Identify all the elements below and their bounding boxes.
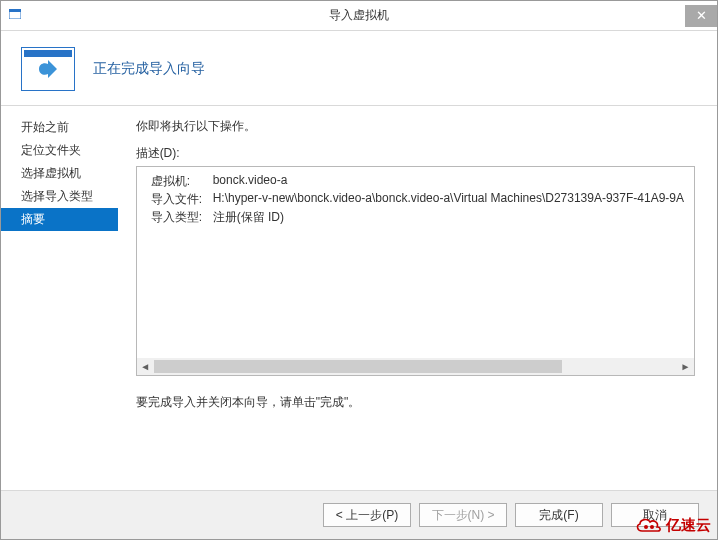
sidebar-item-label: 摘要 [21,212,45,226]
sidebar-item-import-type[interactable]: 选择导入类型 [1,185,118,208]
svg-rect-1 [9,9,21,12]
sidebar-item-start[interactable]: 开始之前 [1,116,118,139]
sidebar-item-label: 开始之前 [21,120,69,134]
next-button: 下一步(N) > [419,503,507,527]
wizard-window: 导入虚拟机 ✕ 正在完成导入向导 开始之前 定位文件夹 选择虚拟机 选择导入类型… [0,0,718,540]
desc-row-vm: 虚拟机: bonck.video-a [151,173,684,190]
wizard-title: 正在完成导入向导 [93,60,205,78]
sidebar-item-select-vm[interactable]: 选择虚拟机 [1,162,118,185]
cloud-icon [634,515,664,535]
finish-button[interactable]: 完成(F) [515,503,603,527]
main-panel: 你即将执行以下操作。 描述(D): 虚拟机: bonck.video-a 导入文… [118,106,717,490]
sidebar-item-label: 选择导入类型 [21,189,93,203]
scroll-left-icon[interactable]: ◄ [137,358,154,375]
watermark-text: 亿速云 [666,516,711,535]
outro-text: 要完成导入并关闭本向导，请单击"完成"。 [136,394,695,411]
import-icon [21,47,75,91]
sidebar-item-folder[interactable]: 定位文件夹 [1,139,118,162]
desc-key: 导入文件: [151,191,213,208]
description-box: 虚拟机: bonck.video-a 导入文件: H:\hyper-v-new\… [136,166,695,376]
titlebar: 导入虚拟机 ✕ [1,1,717,31]
desc-val: bonck.video-a [213,173,288,190]
horizontal-scrollbar[interactable]: ◄ ► [137,358,694,375]
watermark: 亿速云 [634,515,711,535]
sidebar-item-label: 选择虚拟机 [21,166,81,180]
wizard-header: 正在完成导入向导 [1,31,717,105]
close-button[interactable]: ✕ [685,5,717,27]
description-content: 虚拟机: bonck.video-a 导入文件: H:\hyper-v-new\… [137,167,694,233]
desc-row-type: 导入类型: 注册(保留 ID) [151,209,684,226]
scroll-thumb[interactable] [154,360,562,373]
desc-row-file: 导入文件: H:\hyper-v-new\bonck.video-a\bonck… [151,191,684,208]
svg-point-3 [650,525,654,529]
previous-button[interactable]: < 上一步(P) [323,503,411,527]
sidebar: 开始之前 定位文件夹 选择虚拟机 选择导入类型 摘要 [1,106,118,490]
svg-point-2 [644,525,648,529]
app-icon [9,9,23,23]
close-icon: ✕ [696,8,707,23]
sidebar-item-label: 定位文件夹 [21,143,81,157]
scroll-track[interactable] [154,358,677,375]
scroll-right-icon[interactable]: ► [677,358,694,375]
button-bar: < 上一步(P) 下一步(N) > 完成(F) 取消 [1,490,717,539]
desc-key: 导入类型: [151,209,213,226]
desc-val: 注册(保留 ID) [213,209,284,226]
desc-key: 虚拟机: [151,173,213,190]
desc-val: H:\hyper-v-new\bonck.video-a\bonck.video… [213,191,684,208]
intro-text: 你即将执行以下操作。 [136,118,695,135]
sidebar-item-summary[interactable]: 摘要 [1,208,118,231]
wizard-body: 开始之前 定位文件夹 选择虚拟机 选择导入类型 摘要 你即将执行以下操作。 描述… [1,106,717,490]
description-label: 描述(D): [136,145,695,162]
titlebar-text: 导入虚拟机 [329,7,389,24]
